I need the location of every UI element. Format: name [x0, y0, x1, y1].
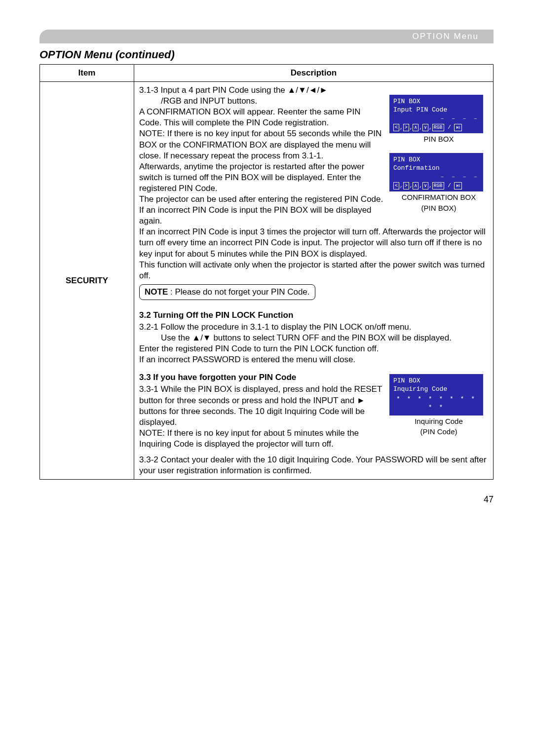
text-321-a: 3.2-1 Follow the procedure in 3.1-1 to d… — [139, 322, 488, 333]
text-321-c: Enter the registered PIN Code to turn th… — [139, 343, 488, 354]
dialog-stars: * * * * * * * * * * — [393, 394, 479, 414]
text-313-lead: 3.1-3 Input a 4 part PIN Code using the … — [139, 85, 383, 96]
dialog-title: PIN BOX — [393, 98, 479, 106]
text-332: 3.3-2 Contact your dealer with the 10 di… — [139, 454, 488, 476]
dialog-dashes: – – – – — [393, 173, 479, 183]
text-321-d: If an incorrect PASSWORD is entered the … — [139, 354, 488, 365]
pin-box-dialog: PIN BOX Input PIN Code – – – – <,>,∧,∨,R… — [389, 95, 483, 133]
dialog-dashes: – – – – — [393, 114, 479, 124]
section-title: OPTION Menu (continued) — [39, 48, 494, 61]
pin-box-caption: PIN BOX — [389, 134, 488, 144]
confirmation-caption-1: CONFIRMATION BOX — [389, 192, 488, 202]
dialog-subtitle: Input PIN Code — [393, 106, 479, 114]
text-313-e: This function will activate only when th… — [139, 260, 488, 281]
text-313-a: A CONFIRMATION BOX will appear. Reenter … — [139, 107, 383, 128]
text-331-note: NOTE: If there is no key input for about… — [139, 428, 383, 450]
text-313-c: The projector can be used after entering… — [139, 194, 383, 227]
item-security: SECURITY — [40, 82, 134, 480]
header-tab: OPTION Menu — [39, 30, 494, 43]
text-313-note1: NOTE: If there is no key input for about… — [139, 128, 383, 161]
text-313-line2: /RGB and INPUT buttons. — [139, 96, 383, 107]
dialog-keyhints: <,>,∧,∨,RGB / ⏯ — [393, 182, 479, 189]
text-313-d: If an incorrect PIN Code is input 3 time… — [139, 227, 488, 259]
col-header-desc: Description — [134, 65, 494, 82]
description-cell: PIN BOX Input PIN Code – – – – <,>,∧,∨,R… — [134, 82, 494, 480]
text-321-b: Use the ▲/▼ buttons to select TURN OFF a… — [139, 333, 488, 343]
dialog-subtitle: Confirmation — [393, 164, 479, 173]
dialog-subtitle: Inquiring Code — [393, 385, 479, 394]
option-table: Item Description SECURITY PIN BOX Input … — [39, 64, 494, 480]
inquiring-caption-1: Inquiring Code — [389, 416, 488, 426]
dialog-keyhints: <,>,∧,∨,RGB / ⏯ — [393, 124, 479, 131]
text-331-a: 3.3-1 While the PIN BOX is displayed, pr… — [139, 384, 383, 427]
note-text: : Please do not forget your PIN Code. — [168, 287, 309, 297]
note-box: NOTE : Please do not forget your PIN Cod… — [139, 284, 315, 300]
note-label: NOTE — [145, 287, 168, 297]
confirmation-caption-2: (PIN BOX) — [389, 203, 488, 213]
dialog-title: PIN BOX — [393, 156, 479, 164]
text-313-b: Afterwards, anytime the projector is res… — [139, 161, 383, 194]
col-header-item: Item — [40, 65, 134, 82]
page-number: 47 — [39, 494, 494, 505]
dialog-title: PIN BOX — [393, 377, 479, 385]
heading-3-2: 3.2 Turning Off the PIN LOCK Function — [139, 310, 488, 321]
inquiring-caption-2: (PIN Code) — [389, 427, 488, 437]
inquiring-code-dialog: PIN BOX Inquiring Code * * * * * * * * *… — [389, 374, 483, 416]
confirmation-box-dialog: PIN BOX Confirmation – – – – <,>,∧,∨,RGB… — [389, 153, 483, 191]
